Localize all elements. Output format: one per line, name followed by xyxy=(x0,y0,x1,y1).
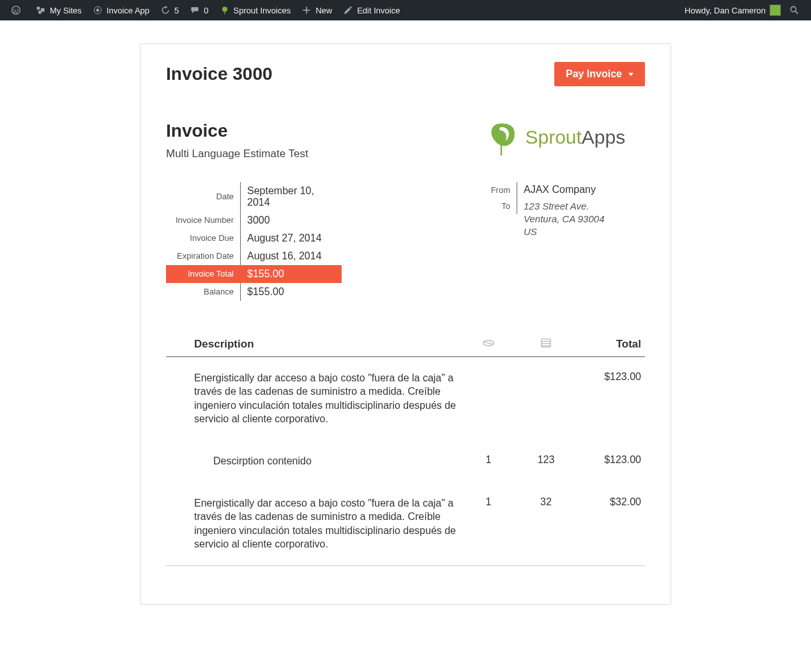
meta-date-value: September 10, 2014 xyxy=(241,182,342,211)
sprout-invoices-label: Sprout Invoices xyxy=(234,6,291,15)
comments[interactable]: 0 xyxy=(184,0,213,20)
address-city: Ventura, CA 93004 xyxy=(524,213,639,225)
sprout-invoices-menu[interactable]: Sprout Invoices xyxy=(214,0,296,20)
line-item-rate: 123 xyxy=(517,454,575,468)
meta-balance-label: Balance xyxy=(166,283,241,301)
line-item-description: Energistically dar acceso a bajo costo "… xyxy=(166,496,460,551)
meta-total-value: $155.00 xyxy=(241,265,342,283)
line-item-description: Energistically dar acceso a bajo costo "… xyxy=(166,371,460,426)
svg-rect-8 xyxy=(303,10,310,11)
svg-point-5 xyxy=(96,9,99,12)
update-icon xyxy=(160,4,171,16)
rate-icon xyxy=(540,339,552,351)
qty-icon xyxy=(482,338,495,350)
invoice-heading: Invoice xyxy=(166,121,308,141)
admin-home-icon xyxy=(92,4,103,16)
updates-count: 5 xyxy=(174,6,179,15)
updates[interactable]: 5 xyxy=(155,0,184,20)
pay-invoice-button[interactable]: Pay Invoice xyxy=(554,62,645,86)
wp-admin-bar: My Sites Invoice App 5 0 Sprout Invoices xyxy=(0,0,811,20)
meta-date-label: Date xyxy=(166,182,241,211)
plus-icon xyxy=(301,4,312,16)
svg-rect-3 xyxy=(38,11,42,14)
svg-point-9 xyxy=(791,6,796,11)
admin-multisite-icon xyxy=(35,4,47,16)
line-item-rate xyxy=(517,371,575,426)
comments-count: 0 xyxy=(204,6,208,15)
line-item-total: $123.00 xyxy=(575,371,645,426)
edit-icon xyxy=(342,4,354,16)
col-description-header: Description xyxy=(166,338,460,351)
line-item-rate: 32 xyxy=(517,496,575,551)
comments-icon xyxy=(189,4,201,16)
wp-logo[interactable] xyxy=(5,0,30,20)
line-item-qty: 1 xyxy=(460,454,517,468)
greeting-label: Howdy, Dan Cameron xyxy=(685,6,766,15)
svg-line-10 xyxy=(796,11,798,14)
svg-point-6 xyxy=(222,6,227,11)
svg-text:SproutApps: SproutApps xyxy=(525,126,625,148)
site-name-label: Invoice App xyxy=(107,6,149,15)
from-company: AJAX Company xyxy=(524,184,639,195)
line-item: Energistically dar acceso a bajo costo "… xyxy=(166,357,645,440)
site-name[interactable]: Invoice App xyxy=(87,0,155,20)
address-country: US xyxy=(524,225,639,238)
search-icon xyxy=(789,4,800,16)
search-toggle[interactable] xyxy=(786,0,806,20)
line-item-qty xyxy=(460,371,517,426)
pay-invoice-label: Pay Invoice xyxy=(566,68,622,80)
new-content[interactable]: New xyxy=(296,0,337,20)
line-item: Energistically dar acceso a bajo costo "… xyxy=(166,482,645,566)
meta-due-value: August 27, 2014 xyxy=(241,229,342,247)
page-title: Invoice 3000 xyxy=(166,64,273,84)
invoice-subtitle: Multi Language Estimate Test xyxy=(166,148,308,160)
col-total-header: Total xyxy=(575,338,645,351)
svg-rect-2 xyxy=(41,8,45,12)
meta-expiration-label: Expiration Date xyxy=(166,247,241,265)
my-sites[interactable]: My Sites xyxy=(30,0,87,20)
line-item-description: Descirption contenido xyxy=(166,454,460,468)
company-logo: SproutApps xyxy=(485,118,645,163)
new-label: New xyxy=(315,6,332,15)
meta-balance-value: $155.00 xyxy=(241,283,342,301)
meta-number-value: 3000 xyxy=(241,211,342,229)
meta-expiration-value: August 16, 2014 xyxy=(241,247,342,265)
avatar xyxy=(769,4,781,16)
col-qty-header xyxy=(460,338,517,351)
line-item-total: $123.00 xyxy=(575,454,645,468)
address-street: 123 Street Ave. xyxy=(524,200,639,213)
line-item-total: $32.00 xyxy=(575,496,645,551)
my-account[interactable]: Howdy, Dan Cameron xyxy=(679,0,786,20)
line-items-body: Energistically dar acceso a bajo costo "… xyxy=(166,357,645,566)
from-label: From xyxy=(485,182,517,198)
edit-invoice[interactable]: Edit Invoice xyxy=(337,0,405,20)
meta-number-label: Invoice Number xyxy=(166,211,241,229)
meta-due-label: Invoice Due xyxy=(166,229,241,247)
line-item: Descirption contenido1123$123.00 xyxy=(166,440,645,482)
sprout-icon xyxy=(219,4,231,16)
invoice-document: Invoice 3000 Pay Invoice Invoice Multi L… xyxy=(140,43,671,605)
to-label: To xyxy=(485,198,517,214)
edit-invoice-label: Edit Invoice xyxy=(357,6,400,15)
chevron-down-icon xyxy=(628,73,633,76)
wordpress-icon xyxy=(10,4,22,16)
line-items-header: Description Total xyxy=(166,333,645,357)
meta-total-label: Invoice Total xyxy=(166,265,241,283)
line-item-qty: 1 xyxy=(460,496,517,551)
my-sites-label: My Sites xyxy=(50,6,82,15)
svg-line-14 xyxy=(484,342,492,344)
col-rate-header xyxy=(517,338,575,351)
svg-rect-1 xyxy=(37,6,40,10)
